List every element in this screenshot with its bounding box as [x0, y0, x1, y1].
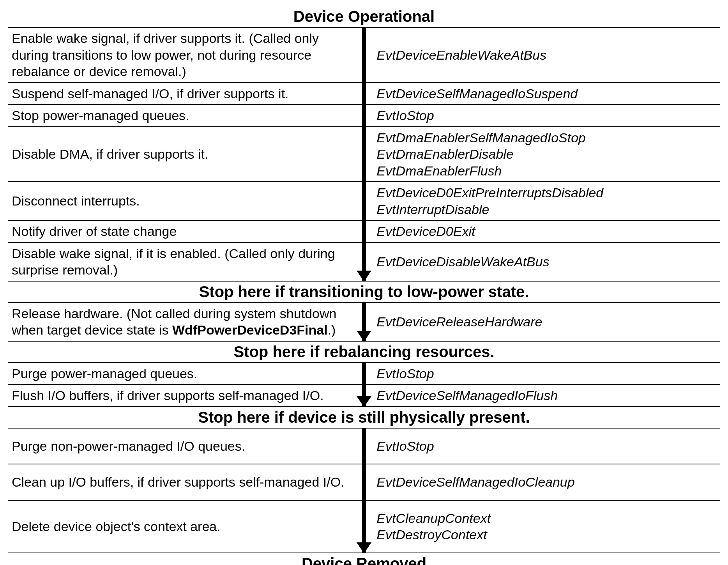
callback-name: EvtDeviceSelfManagedIoFlush [376, 387, 558, 404]
action-cell: Notify driver of state change [8, 221, 357, 242]
action-cell: Disconnect interrupts. [8, 182, 357, 220]
callback-name: EvtDeviceReleaseHardware [376, 313, 542, 330]
section-2: Release hardware. (Not called during sys… [8, 302, 720, 342]
callback-list: EvtDeviceDisableWakeAtBus [376, 253, 549, 270]
callback-cell: EvtDeviceDisableWakeAtBus [371, 243, 720, 281]
callback-name: EvtIoStop [376, 107, 434, 124]
callback-list: EvtDeviceSelfManagedIoSuspend [376, 85, 578, 102]
callback-name: EvtCleanupContext [376, 510, 491, 527]
callback-name: EvtDeviceDisableWakeAtBus [376, 253, 549, 270]
arrowhead-icon [357, 271, 371, 282]
title-bottom: Device Removed [8, 555, 720, 565]
action-cell: Flush I/O buffers, if driver supports se… [8, 385, 357, 406]
callback-cell: EvtDmaEnablerSelfManagedIoStopEvtDmaEnab… [371, 127, 720, 182]
diagram-page: Device Operational Enable wake signal, i… [0, 0, 728, 565]
action-text: Notify driver of state change [12, 223, 177, 240]
callback-list: EvtIoStop [376, 438, 434, 455]
callback-list: EvtCleanupContextEvtDestroyContext [376, 510, 491, 543]
action-cell: Disable DMA, if driver supports it. [8, 127, 357, 182]
callback-cell: EvtCleanupContextEvtDestroyContext [371, 508, 720, 546]
action-text: Flush I/O buffers, if driver supports se… [12, 387, 324, 404]
arrowhead-icon [357, 331, 371, 342]
action-cell: Enable wake signal, if driver supports i… [8, 28, 357, 82]
action-cell: Stop power-managed queues. [8, 105, 357, 126]
callback-list: EvtDeviceD0ExitPreInterruptsDisabledEvtI… [376, 184, 603, 218]
break-low-power-text: Stop here if transitioning to low-power … [199, 283, 529, 300]
callback-name: EvtDmaEnablerDisable [376, 146, 586, 163]
callback-cell: EvtDeviceSelfManagedIoFlush [371, 385, 720, 406]
arrow-shaft [362, 27, 366, 282]
callback-name: EvtDeviceD0Exit [376, 223, 475, 240]
break-rebalance: Stop here if rebalancing resources. [8, 342, 720, 362]
callback-name: EvtInterruptDisable [376, 201, 603, 218]
action-text: Stop power-managed queues. [12, 107, 189, 124]
callback-name: EvtDestroyContext [376, 526, 491, 543]
action-text: Suspend self-managed I/O, if driver supp… [12, 85, 289, 102]
action-bold-token: WdfPowerDeviceD3Final [172, 322, 328, 337]
arrowhead-icon [357, 542, 371, 553]
action-cell: Purge power-managed queues. [8, 363, 357, 384]
callback-name: EvtIoStop [376, 365, 434, 382]
callback-list: EvtIoStop [376, 365, 434, 382]
action-text: Disable wake signal, if it is enabled. (… [12, 245, 352, 278]
callback-name: EvtDeviceSelfManagedIoSuspend [376, 85, 578, 102]
callback-name: EvtDeviceD0ExitPreInterruptsDisabled [376, 184, 603, 201]
callback-name: EvtIoStop [376, 438, 434, 455]
callback-name: EvtDeviceEnableWakeAtBus [376, 47, 546, 64]
action-cell: Release hardware. (Not called during sys… [8, 303, 357, 341]
callback-name: EvtDmaEnablerSelfManagedIoStop [376, 129, 586, 146]
callback-list: EvtIoStop [376, 107, 434, 124]
callback-list: EvtDeviceEnableWakeAtBus [376, 47, 546, 64]
callback-cell: EvtDeviceSelfManagedIoSuspend [371, 83, 720, 104]
action-cell: Clean up I/O buffers, if driver supports… [8, 471, 357, 493]
break-present: Stop here if device is still physically … [8, 407, 720, 428]
break-present-text: Stop here if device is still physically … [198, 409, 530, 426]
section-4: Purge non-power-managed I/O queues.EvtIo… [8, 428, 720, 553]
callback-cell: EvtDeviceEnableWakeAtBus [371, 28, 720, 82]
action-text: Delete device object's context area. [12, 518, 221, 535]
action-cell: Suspend self-managed I/O, if driver supp… [8, 83, 357, 104]
callback-list: EvtDeviceReleaseHardware [376, 313, 542, 330]
action-cell: Purge non-power-managed I/O queues. [8, 436, 357, 457]
action-text: Purge non-power-managed I/O queues. [12, 438, 245, 455]
callback-cell: EvtIoStop [371, 436, 720, 457]
action-text: Enable wake signal, if driver supports i… [12, 30, 352, 80]
action-cell: Disable wake signal, if it is enabled. (… [8, 243, 357, 281]
callback-cell: EvtDeviceD0Exit [371, 221, 720, 242]
action-text: Release hardware. (Not called during sys… [12, 305, 352, 338]
callback-cell: EvtDeviceD0ExitPreInterruptsDisabledEvtI… [371, 182, 720, 220]
title-top: Device Operational [8, 8, 720, 25]
action-text: Clean up I/O buffers, if driver supports… [12, 474, 345, 491]
action-text: Disconnect interrupts. [12, 193, 140, 209]
arrowhead-icon [357, 396, 371, 407]
action-cell: Delete device object's context area. [8, 508, 357, 546]
arrow-shaft [362, 428, 366, 553]
action-text: Disable DMA, if driver supports it. [12, 146, 209, 163]
callback-list: EvtDeviceSelfManagedIoFlush [376, 387, 558, 404]
callback-list: EvtDmaEnablerSelfManagedIoStopEvtDmaEnab… [376, 129, 586, 179]
callback-list: EvtDeviceSelfManagedIoCleanup [376, 474, 574, 491]
callback-list: EvtDeviceD0Exit [376, 223, 475, 240]
action-text: Purge power-managed queues. [12, 365, 197, 382]
break-low-power: Stop here if transitioning to low-power … [8, 282, 720, 302]
callback-cell: EvtIoStop [371, 363, 720, 384]
callback-name: EvtDeviceSelfManagedIoCleanup [376, 474, 574, 491]
callback-cell: EvtDeviceSelfManagedIoCleanup [371, 471, 720, 493]
section-3: Purge power-managed queues.EvtIoStopFlus… [8, 362, 720, 407]
callback-cell: EvtDeviceReleaseHardware [371, 303, 720, 341]
section-1: Enable wake signal, if driver supports i… [8, 27, 720, 282]
break-rebalance-text: Stop here if rebalancing resources. [233, 343, 494, 360]
callback-name: EvtDmaEnablerFlush [376, 163, 586, 179]
callback-cell: EvtIoStop [371, 105, 720, 126]
